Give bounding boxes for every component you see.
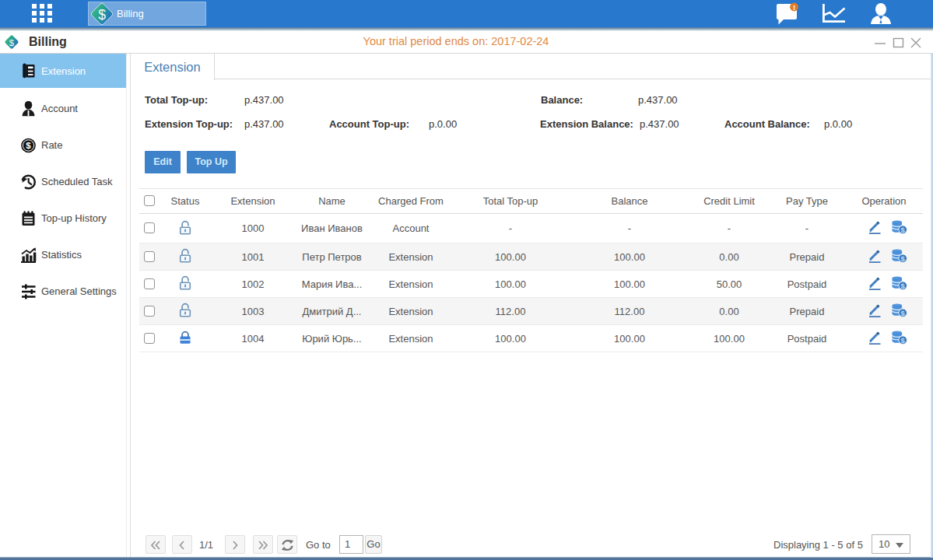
svg-text:!: ! bbox=[793, 3, 795, 12]
svg-text:$: $ bbox=[26, 141, 31, 150]
svg-text:$: $ bbox=[900, 281, 905, 289]
svg-text:$: $ bbox=[900, 335, 905, 344]
svg-text:$: $ bbox=[98, 7, 106, 23]
svg-text:$: $ bbox=[900, 226, 905, 234]
svg-text:$: $ bbox=[900, 308, 905, 317]
svg-text:$: $ bbox=[900, 254, 905, 262]
